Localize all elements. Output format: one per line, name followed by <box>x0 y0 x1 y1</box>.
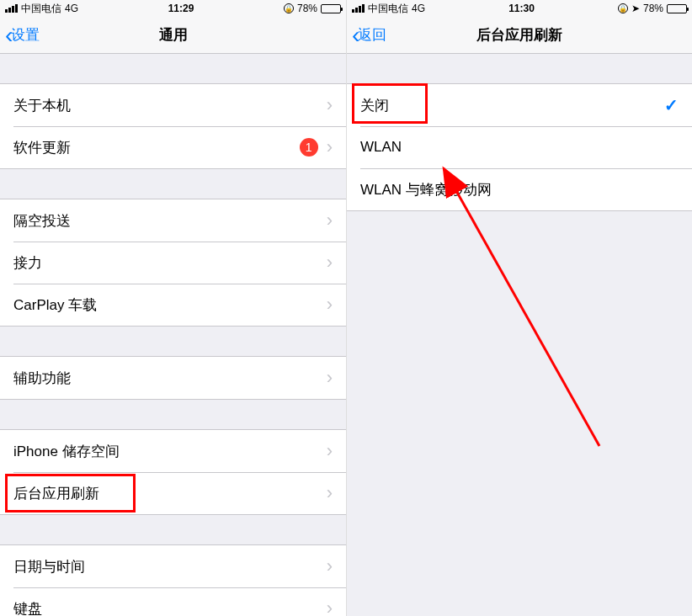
nav-bar: ‹ 设置 通用 <box>0 17 346 54</box>
status-time: 11:30 <box>508 3 535 14</box>
update-badge: 1 <box>300 138 318 157</box>
chevron-right-icon: › <box>327 597 333 616</box>
list-group-accessibility: 辅助功能 › <box>0 356 346 400</box>
cell-label: 关闭 <box>360 96 664 115</box>
status-bar: 中国电信 4G 11:30 🔒 ➤ 78% <box>347 0 692 17</box>
cell-label: CarPlay 车载 <box>13 295 327 315</box>
status-bar: 中国电信 4G 11:29 🔒 78% <box>0 0 346 17</box>
back-label: 设置 <box>11 25 40 45</box>
cell-airdrop[interactable]: 隔空投送 › <box>0 199 346 242</box>
rotation-lock-icon: 🔒 <box>618 3 628 13</box>
option-off[interactable]: 关闭 ✓ <box>347 84 692 126</box>
cell-iphone-storage[interactable]: iPhone 储存空间 › <box>0 430 346 472</box>
carrier-label: 中国电信 <box>21 2 61 16</box>
cell-accessibility[interactable]: 辅助功能 › <box>0 357 346 399</box>
signal-icon <box>5 4 18 13</box>
chevron-right-icon: › <box>327 210 333 231</box>
cell-background-app-refresh[interactable]: 后台应用刷新 › <box>0 472 346 514</box>
cell-label: 后台应用刷新 <box>13 484 327 503</box>
page-title: 后台应用刷新 <box>347 25 692 45</box>
battery-icon <box>667 4 687 13</box>
cell-label: 键盘 <box>13 599 327 617</box>
cell-label: 辅助功能 <box>13 369 327 388</box>
cell-label: iPhone 储存空间 <box>13 442 327 461</box>
cell-handoff[interactable]: 接力 › <box>0 242 346 284</box>
carrier-label: 中国电信 <box>368 2 408 16</box>
signal-icon <box>352 4 365 13</box>
cell-date-time[interactable]: 日期与时间 › <box>0 545 346 587</box>
list-group-options: 关闭 ✓ WLAN WLAN 与蜂窝移动网 <box>347 83 692 211</box>
chevron-right-icon: › <box>327 555 333 577</box>
cell-about[interactable]: 关于本机 › <box>0 84 346 126</box>
cell-label: 接力 <box>13 253 327 273</box>
back-button[interactable]: ‹ 返回 <box>347 24 386 47</box>
network-label: 4G <box>412 3 425 14</box>
cell-keyboard[interactable]: 键盘 › <box>0 587 346 616</box>
cell-label: WLAN 与蜂窝移动网 <box>360 180 679 199</box>
battery-percent: 78% <box>297 3 317 14</box>
cell-label: 隔空投送 <box>13 211 327 231</box>
page-title: 通用 <box>0 25 346 45</box>
chevron-right-icon: › <box>327 482 333 504</box>
screen-general-settings: 中国电信 4G 11:29 🔒 78% ‹ 设置 通用 关于本机 › 软件更新 … <box>0 0 346 616</box>
rotation-lock-icon: 🔒 <box>284 3 294 13</box>
chevron-right-icon: › <box>327 252 333 273</box>
status-time: 11:29 <box>168 3 194 14</box>
list-group-datetime: 日期与时间 › 键盘 › <box>0 544 346 616</box>
battery-percent: 78% <box>643 3 663 14</box>
cell-label: 软件更新 <box>13 138 300 157</box>
option-wlan[interactable]: WLAN <box>347 126 692 168</box>
cell-label: WLAN <box>360 139 679 156</box>
battery-icon <box>321 4 341 13</box>
chevron-right-icon: › <box>327 294 333 316</box>
chevron-right-icon: › <box>327 136 333 158</box>
cell-software-update[interactable]: 软件更新 1 › <box>0 126 346 168</box>
chevron-right-icon: › <box>327 440 333 462</box>
network-label: 4G <box>65 3 78 14</box>
list-group-storage: iPhone 储存空间 › 后台应用刷新 › <box>0 429 346 515</box>
location-icon: ➤ <box>631 3 640 14</box>
list-group-about: 关于本机 › 软件更新 1 › <box>0 83 346 169</box>
chevron-right-icon: › <box>327 94 333 116</box>
cell-label: 关于本机 <box>13 96 327 115</box>
screen-background-refresh: 中国电信 4G 11:30 🔒 ➤ 78% ‹ 返回 后台应用刷新 关闭 ✓ W… <box>346 0 692 616</box>
option-wlan-cellular[interactable]: WLAN 与蜂窝移动网 <box>347 168 692 210</box>
list-group-airdrop: 隔空投送 › 接力 › CarPlay 车载 › <box>0 199 346 327</box>
checkmark-icon: ✓ <box>664 95 679 115</box>
cell-label: 日期与时间 <box>13 557 327 576</box>
chevron-right-icon: › <box>327 367 333 389</box>
back-button[interactable]: ‹ 设置 <box>0 24 40 47</box>
cell-carplay[interactable]: CarPlay 车载 › <box>0 284 346 326</box>
back-label: 返回 <box>358 25 386 45</box>
nav-bar: ‹ 返回 后台应用刷新 <box>347 17 692 54</box>
